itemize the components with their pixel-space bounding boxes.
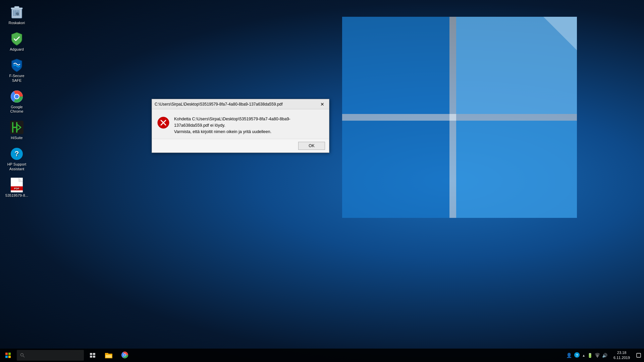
desktop: ♻ Roskakori Adguard (0, 0, 644, 362)
error-dialog: C:\Users\SirpaL\Desktop\53519579-8fa7-4a… (152, 99, 329, 153)
error-icon (157, 117, 169, 129)
dialog-message: Kohdetta C:\Users\SirpaL\Desktop\5351957… (174, 116, 324, 135)
dialog-overlay: C:\Users\SirpaL\Desktop\53519579-8fa7-4a… (0, 0, 644, 362)
dialog-message-line2: Varmista, että kirjoitit nimen oikein ja… (174, 129, 271, 134)
dialog-title: C:\Users\SirpaL\Desktop\53519579-8fa7-4a… (155, 102, 318, 107)
dialog-titlebar: C:\Users\SirpaL\Desktop\53519579-8fa7-4a… (152, 99, 329, 109)
dialog-footer: OK (152, 139, 329, 153)
dialog-body: Kohdetta C:\Users\SirpaL\Desktop\5351957… (152, 109, 329, 139)
dialog-ok-button[interactable]: OK (298, 142, 325, 150)
dialog-close-button[interactable]: ✕ (318, 101, 326, 108)
dialog-message-line1: Kohdetta C:\Users\SirpaL\Desktop\5351957… (174, 117, 290, 128)
